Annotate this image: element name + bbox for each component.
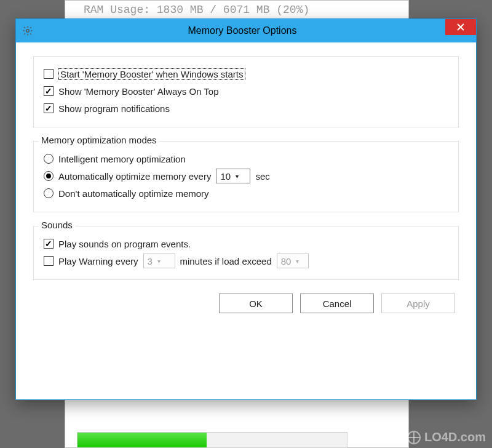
checkbox-play-events[interactable]	[44, 239, 54, 249]
select-warning-minutes-value: 3	[148, 256, 153, 266]
ram-usage-label: RAM Usage: 1830 MB / 6071 MB (20%)	[84, 4, 309, 16]
label-play-warning-before: Play Warning every	[58, 256, 138, 266]
checkbox-play-warning[interactable]	[44, 256, 54, 266]
close-button[interactable]	[445, 19, 476, 35]
legend-sounds: Sounds	[39, 220, 75, 230]
radio-off[interactable]	[44, 188, 54, 198]
legend-modes: Memory optimization modes	[39, 135, 159, 145]
label-intelligent: Intelligent memory optimization	[58, 154, 186, 164]
label-always-on-top: Show 'Memory Booster' Always On Top	[58, 86, 219, 97]
label-play-events: Play sounds on program events.	[58, 239, 191, 249]
label-play-warning-mid: minutes if load exceed	[180, 256, 272, 266]
watermark-text: LO4D.com	[424, 430, 486, 444]
label-auto: Automatically optimize memory every	[58, 171, 211, 182]
radio-intelligent[interactable]	[44, 154, 54, 164]
close-icon	[457, 23, 464, 31]
chevron-down-icon: ▾	[157, 258, 161, 265]
dialog-buttons: OK Cancel Apply	[33, 294, 459, 313]
label-start-with-windows: Start 'Memory Booster' when Windows star…	[58, 68, 245, 80]
ram-bar	[77, 432, 347, 448]
select-auto-interval[interactable]: 10 ▾	[216, 169, 250, 183]
options-dialog: Memory Booster Options Start 'Memory Boo…	[15, 18, 477, 400]
chevron-down-icon: ▾	[236, 173, 239, 180]
select-warning-minutes: 3 ▾	[143, 254, 175, 268]
checkbox-start-with-windows[interactable]	[44, 69, 54, 79]
checkbox-always-on-top[interactable]	[44, 86, 54, 96]
group-general: Start 'Memory Booster' when Windows star…	[33, 56, 459, 127]
select-warning-percent-value: 80	[281, 256, 292, 266]
apply-button: Apply	[381, 294, 455, 313]
titlebar[interactable]: Memory Booster Options	[16, 19, 476, 42]
label-notifications: Show program notifications	[58, 103, 170, 114]
cancel-button[interactable]: Cancel	[300, 294, 374, 313]
svg-point-0	[26, 30, 30, 33]
select-auto-interval-value: 10	[220, 171, 231, 182]
radio-auto[interactable]	[44, 171, 54, 181]
label-auto-unit: sec	[255, 171, 269, 182]
select-warning-percent: 80 ▾	[277, 254, 309, 268]
watermark: LO4D.com	[407, 430, 486, 444]
label-off: Don't automatically optimize memory	[58, 188, 209, 199]
checkbox-notifications[interactable]	[44, 103, 54, 113]
group-sounds: Sounds Play sounds on program events. Pl…	[33, 226, 459, 280]
globe-icon	[407, 431, 421, 444]
gear-icon	[16, 19, 39, 42]
chevron-down-icon: ▾	[296, 258, 299, 265]
dialog-title: Memory Booster Options	[39, 25, 445, 36]
group-modes: Memory optimization modes Intelligent me…	[33, 141, 459, 212]
ok-button[interactable]: OK	[219, 294, 293, 313]
